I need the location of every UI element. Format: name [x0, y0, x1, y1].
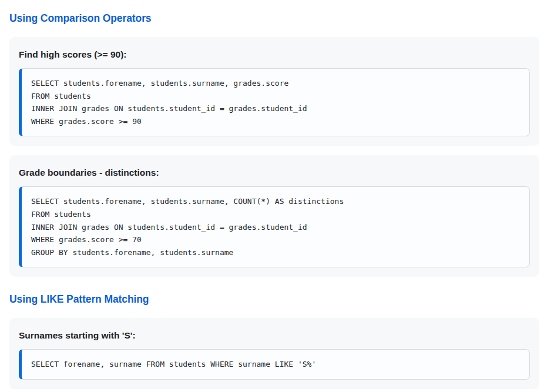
section-heading-like-pattern-matching: Using LIKE Pattern Matching [9, 293, 539, 306]
card-title-grade-boundaries: Grade boundaries - distinctions: [19, 167, 530, 178]
sql-code-block-grade-boundaries: SELECT students.forename, students.surna… [19, 186, 530, 267]
sql-code-block-high-scores: SELECT students.forename, students.surna… [19, 68, 530, 136]
code-line: SELECT students.forename, students.surna… [31, 77, 520, 90]
example-card-high-scores: Find high scores (>= 90): SELECT student… [9, 37, 539, 146]
code-line: SELECT students.forename, students.surna… [31, 195, 520, 208]
example-card-grade-boundaries: Grade boundaries - distinctions: SELECT … [9, 155, 539, 277]
document-content: Using Comparison Operators Find high sco… [0, 0, 544, 392]
sql-code-block-surnames: SELECT forename, surname FROM students W… [19, 349, 530, 380]
sql-code: SELECT students.forename, students.surna… [31, 77, 520, 128]
code-line: WHERE grades.score >= 70 [31, 233, 520, 246]
section-heading-comparison-operators: Using Comparison Operators [9, 12, 539, 25]
code-line: SELECT forename, surname FROM students W… [31, 358, 520, 371]
sql-code: SELECT forename, surname FROM students W… [31, 358, 520, 371]
code-line: INNER JOIN grades ON students.student_id… [31, 221, 520, 234]
card-title-surnames: Surnames starting with 'S': [19, 330, 530, 341]
code-line: GROUP BY students.forename, students.sur… [31, 246, 520, 259]
sql-code: SELECT students.forename, students.surna… [31, 195, 520, 259]
example-card-surnames: Surnames starting with 'S': SELECT foren… [9, 318, 539, 389]
card-title-high-scores: Find high scores (>= 90): [19, 49, 530, 60]
code-line: WHERE grades.score >= 90 [31, 115, 520, 128]
code-line: FROM students [31, 90, 520, 103]
code-line: INNER JOIN grades ON students.student_id… [31, 102, 520, 115]
code-line: FROM students [31, 208, 520, 221]
